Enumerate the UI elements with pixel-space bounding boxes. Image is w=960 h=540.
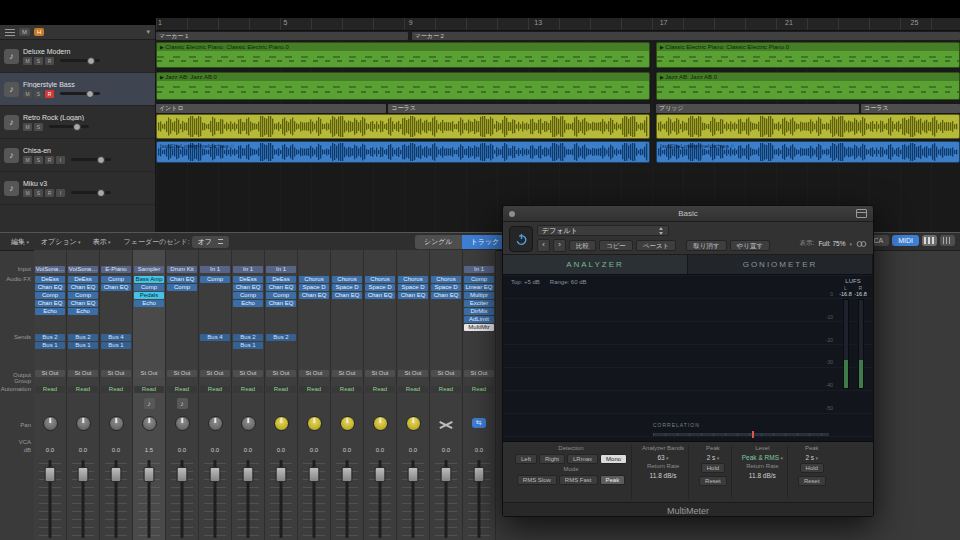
pan-knob[interactable] [406,416,421,431]
automation-mode[interactable]: Read [266,386,296,393]
output-slot[interactable]: St Out [68,370,98,377]
section-marker[interactable]: コーラス [861,104,960,113]
volume-fader[interactable] [265,457,297,540]
input-slot[interactable]: In 1 [233,266,263,273]
channel-strip[interactable]: In 1CompLinear EQMultiprExciterDirMixAdL… [463,250,496,540]
fx-slot[interactable]: Space D [332,284,362,291]
channel-strip[interactable]: In 1DeEssChan EQCompEchoBus 2Bus 1St Out… [232,250,265,540]
audio-region[interactable]: IsntSheLovely-melo-chisa ○ [156,141,650,163]
automation-mode[interactable]: Read [398,386,428,393]
automation-mode[interactable]: Read [200,386,230,393]
fx-slot[interactable]: Echo [134,300,164,307]
midi-region[interactable]: Jazz AB: Jazz AB.0 [156,72,650,100]
prev-preset-button[interactable]: ‹ [537,239,550,252]
fx-slot[interactable]: Comp [101,276,131,283]
automation-mode[interactable]: Read [431,386,461,393]
arrange-marker[interactable]: マーカー 1 [156,32,408,40]
tab-analyzer[interactable]: ANALYZER [503,255,688,274]
channel-strip[interactable]: ChorusSpace DChan EQSt OutRead0.0 [430,250,463,540]
volume-fader[interactable] [133,457,165,540]
fx-slot[interactable]: Multipr [464,292,494,299]
return-rate-value-2[interactable]: 11.8 dB/s [749,472,776,479]
output-slot[interactable]: St Out [35,370,65,377]
track-i-button[interactable]: I [56,156,65,164]
peak-time-dropdown-2[interactable]: 2 s [805,454,818,461]
output-slot[interactable]: St Out [431,370,461,377]
volume-fader[interactable] [364,457,396,540]
volume-fader[interactable] [166,457,198,540]
fx-slot[interactable]: Pedals [134,292,164,299]
track-r-button[interactable]: R [45,156,54,164]
fx-slot[interactable]: Chorus [398,276,428,283]
input-slot[interactable]: In 1 [200,266,230,273]
volume-fader[interactable] [298,457,330,540]
volume-fader[interactable] [397,457,429,540]
strip-view-icon[interactable] [940,235,955,246]
fx-slot[interactable]: Space D [431,284,461,291]
fx-slot[interactable]: Bass Amp [134,276,164,283]
input-slot[interactable]: In 1 [266,266,296,273]
fx-slot[interactable]: Chan EQ [68,300,98,307]
automation-mode[interactable]: Read [35,386,65,393]
section-marker[interactable]: コーラス [388,104,649,113]
pan-knob[interactable] [208,416,223,431]
pan-knob[interactable] [307,416,322,431]
fx-slot[interactable]: Chan EQ [167,276,197,283]
fx-slot[interactable]: DeEss [68,276,98,283]
stereo-output-icon[interactable]: ⇆ [472,418,486,428]
menu-options[interactable]: オプション [36,236,86,248]
detection-lrmax-button[interactable]: LRmax [567,454,598,464]
send-slot[interactable]: Bus 1 [35,342,65,349]
input-slot[interactable]: Sampler [134,266,164,273]
track-r-button[interactable]: R [45,90,54,98]
tab-goniometer[interactable]: GONIOMETER [688,255,873,274]
track-r-button[interactable]: R [45,57,54,65]
arrange-marker[interactable]: マーカー 2 [412,32,960,40]
track-volume-slider[interactable] [49,125,89,128]
volume-fader[interactable] [232,457,264,540]
link-icon[interactable] [856,240,867,248]
output-slot[interactable]: St Out [266,370,296,377]
automation-mode[interactable]: Read [464,386,494,393]
output-slot[interactable]: St Out [299,370,329,377]
input-slot[interactable]: VoiSona… [68,266,98,273]
track-header[interactable]: ♪Deluxe ModernMSR [0,40,155,73]
fx-slot[interactable]: Space D [365,284,395,291]
output-slot[interactable]: St Out [233,370,263,377]
input-slot[interactable]: E-Piano [101,266,131,273]
volume-fader[interactable] [34,457,66,540]
fx-slot[interactable]: Chan EQ [35,284,65,291]
level-mode-dropdown[interactable]: Peak & RMS [742,454,783,461]
track-volume-slider[interactable] [60,59,100,62]
send-slot[interactable]: Bus 1 [101,342,131,349]
close-icon[interactable] [509,211,515,217]
channel-strip[interactable]: In 1CompBus 4St OutRead0.0 [199,250,232,540]
send-slot[interactable]: Bus 2 [266,334,296,341]
fx-slot[interactable]: DirMix [464,308,494,315]
fx-slot[interactable]: AdLimit [464,316,494,323]
pan-knob[interactable] [340,416,355,431]
automation-mode[interactable]: Read [299,386,329,393]
pan-knob[interactable] [373,416,388,431]
automation-mode[interactable]: Read [365,386,395,393]
fx-slot[interactable]: DeEss [266,276,296,283]
fx-slot[interactable]: Comp [134,284,164,291]
send-slot[interactable]: Bus 4 [101,334,131,341]
fx-slot[interactable]: Exciter [464,300,494,307]
channel-strip[interactable]: VoiSona…DeEssChan EQCompChan EQEchoBus 2… [34,250,67,540]
input-slot[interactable]: In 1 [464,266,494,273]
copy-button[interactable]: コピー [599,240,633,251]
track-header[interactable]: ♪Retro Rock (Logan)MS [0,106,155,139]
output-slot[interactable]: St Out [332,370,362,377]
detection-left-button[interactable]: Left [515,454,537,464]
automation-mode[interactable]: Read [233,386,263,393]
fx-slot[interactable]: Chorus [431,276,461,283]
fx-slot[interactable]: Chan EQ [266,300,296,307]
pan-knob[interactable] [241,416,256,431]
fx-slot[interactable]: Chan EQ [266,284,296,291]
fx-slot[interactable]: Space D [299,284,329,291]
track-m-button[interactable]: M [23,90,32,98]
fx-slot[interactable]: Chan EQ [332,292,362,299]
midi-button[interactable]: MIDI [892,235,919,246]
output-slot[interactable]: St Out [365,370,395,377]
